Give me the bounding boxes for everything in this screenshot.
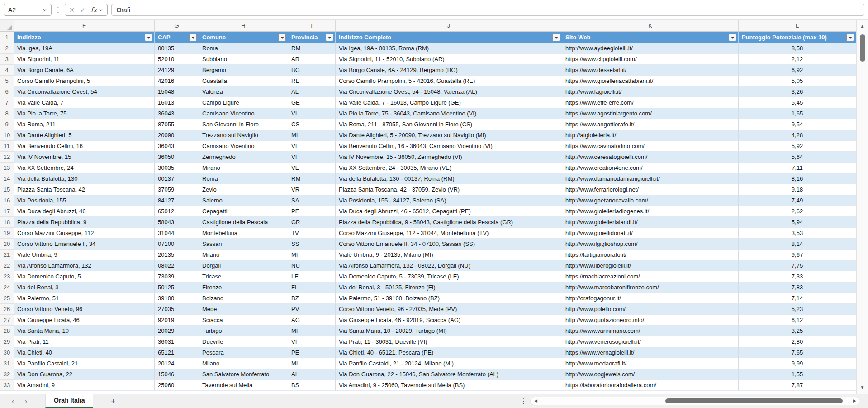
cell-J30[interactable]: Via Chieti, 40 - 65121, Pescara (PE) [336,347,562,358]
cell-J2[interactable]: Via Igea, 19A - 00135, Roma (RM) [336,43,562,54]
row-header[interactable]: 21 [0,250,14,260]
cell-F15[interactable]: Piazza Santa Toscana, 42 [14,184,155,195]
cell-J12[interactable]: Via Ⅳ Novembre, 15 - 36050, Zermeghedo (… [336,152,562,163]
cell-G18[interactable]: 58043 [155,217,199,228]
cell-L7[interactable]: 5,45 [739,97,856,108]
cell-K14[interactable]: http://www.damianodamianigioielli.it/ [562,173,739,184]
cell-K4[interactable]: https://www.desselsrl.it/ [562,65,739,76]
cell-L9[interactable]: 9,54 [739,119,856,130]
cell-G22[interactable]: 08022 [155,260,199,271]
cell-I14[interactable]: RM [288,173,336,184]
cell-L28[interactable]: 3,25 [739,326,856,336]
cell-I24[interactable]: FI [288,282,336,293]
row-header[interactable]: 15 [0,184,14,195]
cell-K30[interactable]: https://www.vernagioielli.it/ [562,347,739,358]
cell-L16[interactable]: 7,49 [739,195,856,206]
row-header[interactable]: 4 [0,65,14,76]
cell-I6[interactable]: AL [288,86,336,97]
cell-I25[interactable]: BZ [288,293,336,304]
row-header[interactable]: 17 [0,206,14,217]
cell-I13[interactable]: VE [288,163,336,173]
cell-L26[interactable]: 5,23 [739,304,856,315]
cell-F32[interactable]: Via Don Guarona, 22 [14,369,155,380]
cell-L32[interactable]: 1,55 [739,369,856,380]
table-column-header[interactable]: Punteggio Potenziale (max 10) [739,32,856,43]
cell-H7[interactable]: Campo Ligure [199,97,288,108]
cell-I2[interactable]: RM [288,43,336,54]
cell-G2[interactable]: 00135 [155,43,199,54]
cell-H33[interactable]: Tavernole sul Mella [199,380,288,391]
filter-dropdown-button[interactable] [729,34,736,41]
cell-H16[interactable]: Salerno [199,195,288,206]
cell-K25[interactable]: http://orafogagonur.it/ [562,293,739,304]
column-header-H[interactable]: H [199,20,288,31]
cell-H8[interactable]: Camisano Vicentino [199,108,288,119]
cell-I33[interactable]: BS [288,380,336,391]
row-header[interactable]: 10 [0,130,14,141]
cell-J19[interactable]: Corso Mazzini Giuseppe, 112 - 31044, Mon… [336,228,562,239]
cell-K19[interactable]: http://www.gioiellidonati.it/ [562,228,739,239]
cell-I21[interactable]: MI [288,250,336,260]
cell-G14[interactable]: 00137 [155,173,199,184]
cell-L19[interactable]: 3,53 [739,228,856,239]
cell-F20[interactable]: Corso Vittorio Emanuele II, 34 [14,239,155,250]
cell-K8[interactable]: https://www.agostiniargento.com/ [562,108,739,119]
cell-H6[interactable]: Valenza [199,86,288,97]
column-header-L[interactable]: L [739,20,856,31]
cell-K11[interactable]: https://www.cavinatodino.com/ [562,141,739,152]
cell-I23[interactable]: LE [288,271,336,282]
cell-H10[interactable]: Trezzano sul Naviglio [199,130,288,141]
cell-J20[interactable]: Corso Vittorio Emanuele II, 34 - 07100, … [336,239,562,250]
cell-L27[interactable]: 6,12 [739,315,856,326]
cell-F8[interactable]: Via Pio la Torre, 75 [14,108,155,119]
cell-J4[interactable]: Via Borgo Canale, 6A - 24129, Bergamo (B… [336,65,562,76]
cell-J31[interactable]: Via Panfilo Castaldi, 21 - 20124, Milano… [336,358,562,369]
cell-F7[interactable]: Via Valle Calda, 7 [14,97,155,108]
cell-L6[interactable]: 3,26 [739,86,856,97]
cell-I32[interactable]: AL [288,369,336,380]
name-box[interactable]: A2 [4,4,52,16]
cell-F27[interactable]: Via Giuseppe Licata, 46 [14,315,155,326]
cell-F6[interactable]: Via Circonvallazione Ovest, 54 [14,86,155,97]
select-all-corner[interactable] [0,20,14,31]
cell-G19[interactable]: 31044 [155,228,199,239]
cell-K10[interactable]: http://atgioielleria.it/ [562,130,739,141]
cell-H3[interactable]: Subbiano [199,54,288,65]
cell-G24[interactable]: 50125 [155,282,199,293]
cell-I19[interactable]: TV [288,228,336,239]
cell-H17[interactable]: Cepagatti [199,206,288,217]
cell-K27[interactable]: http://www.quotazioneoro.info/ [562,315,739,326]
cell-H30[interactable]: Pescara [199,347,288,358]
cell-G9[interactable]: 87055 [155,119,199,130]
cell-H20[interactable]: Sassari [199,239,288,250]
cell-L33[interactable]: 7,87 [739,380,856,391]
cell-H29[interactable]: Dueville [199,336,288,347]
cell-I18[interactable]: GR [288,217,336,228]
cell-I26[interactable]: PV [288,304,336,315]
cell-H31[interactable]: Milano [199,358,288,369]
horizontal-scroll-thumb[interactable] [665,398,843,403]
cell-F23[interactable]: Via Domenico Caputo, 5 [14,271,155,282]
cell-I4[interactable]: BG [288,65,336,76]
row-header[interactable]: 7 [0,97,14,108]
cell-F14[interactable]: Via della Bufalotta, 130 [14,173,155,184]
cell-I10[interactable]: MI [288,130,336,141]
table-column-header[interactable]: Provincia [288,32,336,43]
scroll-down-button[interactable]: ▼ [857,383,868,392]
column-header-G[interactable]: G [155,20,199,31]
cell-G25[interactable]: 39100 [155,293,199,304]
row-header[interactable]: 11 [0,141,14,152]
cell-G15[interactable]: 37059 [155,184,199,195]
cell-H15[interactable]: Zevio [199,184,288,195]
cell-J11[interactable]: Via Benvenuto Cellini, 16 - 36043, Camis… [336,141,562,152]
cell-L29[interactable]: 2,80 [739,336,856,347]
row-header[interactable]: 12 [0,152,14,163]
row-header[interactable]: 9 [0,119,14,130]
cell-K22[interactable]: http://www.liberogioielli.it/ [562,260,739,271]
cell-I8[interactable]: VI [288,108,336,119]
cell-F25[interactable]: Via Palermo, 51 [14,293,155,304]
column-header-I[interactable]: I [288,20,336,31]
cell-I31[interactable]: MI [288,358,336,369]
cell-L10[interactable]: 4,28 [739,130,856,141]
cell-L21[interactable]: 9,67 [739,250,856,260]
